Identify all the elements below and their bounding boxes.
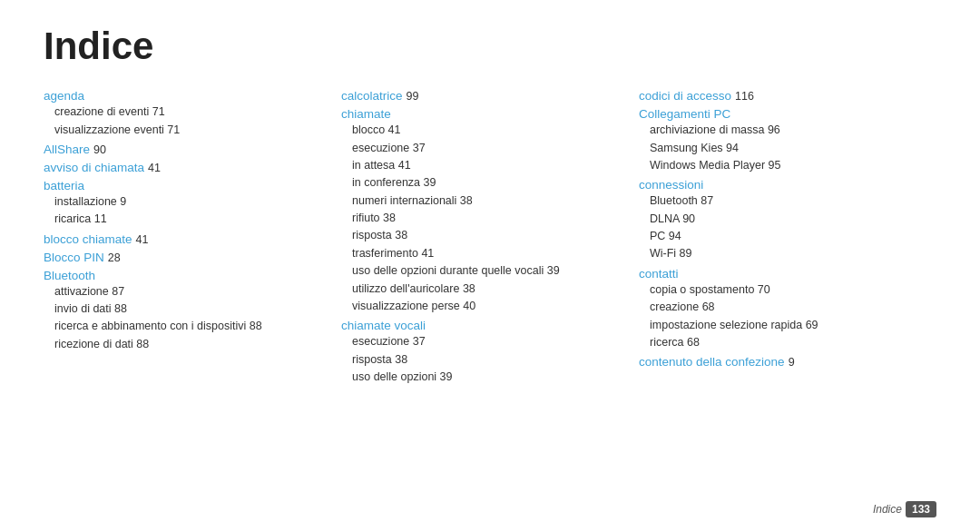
index-section: batteriainstallazione 9ricarica 11 xyxy=(44,179,323,229)
sub-item: copia o spostamento 70 xyxy=(639,281,918,299)
sub-item: risposta 38 xyxy=(341,227,621,244)
column-1: agendacreazione di eventi 71visualizzazi… xyxy=(44,89,341,389)
index-section: codici di accesso116 xyxy=(639,89,918,103)
sub-item: risposta 38 xyxy=(341,351,621,369)
section-header: chiamate xyxy=(341,107,391,121)
sub-item: ricezione di dati 88 xyxy=(44,336,323,353)
index-section: avviso di chiamata41 xyxy=(44,161,323,175)
page-container: Indice agendacreazione di eventi 71visua… xyxy=(0,0,980,532)
sub-item: uso delle opzioni durante quelle vocali … xyxy=(341,262,621,280)
sub-item: ricerca e abbinamento con i dispositivi … xyxy=(44,318,323,335)
sub-item: ricerca 68 xyxy=(639,334,918,351)
sub-item: esecuzione 37 xyxy=(341,140,621,157)
index-section: agendacreazione di eventi 71visualizzazi… xyxy=(44,89,323,139)
footer-label: Indice xyxy=(873,503,902,516)
section-header: batteria xyxy=(44,179,84,192)
page-title: Indice xyxy=(44,25,936,67)
section-header: agenda xyxy=(44,89,84,103)
index-section: Blocco PIN28 xyxy=(44,251,323,265)
section-header: Bluetooth xyxy=(44,269,95,282)
section-page: 41 xyxy=(136,233,149,246)
section-header: blocco chiamate xyxy=(44,232,132,246)
index-section: Bluetoothattivazione 87invio di dati 88r… xyxy=(44,269,323,354)
section-header: codici di accesso xyxy=(639,89,731,103)
section-header: connessioni xyxy=(639,178,703,192)
section-page: 28 xyxy=(108,251,121,264)
sub-item: visualizzazione eventi 71 xyxy=(44,122,323,139)
sub-item: Samsung Kies 94 xyxy=(639,140,918,157)
sub-item: rifiuto 38 xyxy=(341,210,621,227)
sub-item: Windows Media Player 95 xyxy=(639,157,918,174)
section-page: 99 xyxy=(407,90,419,103)
column-3: codici di accesso116Collegamenti PCarchi… xyxy=(639,89,936,389)
sub-item: esecuzione 37 xyxy=(341,333,621,350)
index-section: calcolatrice99 xyxy=(341,89,621,103)
sub-item: impostazione selezione rapida 69 xyxy=(639,317,918,334)
sub-item: PC 94 xyxy=(639,228,918,245)
section-header: calcolatrice xyxy=(341,89,403,103)
section-header: contatti xyxy=(639,267,679,281)
section-header: contenuto della confezione xyxy=(639,355,785,369)
sub-item: numeri internazionali 38 xyxy=(341,192,621,210)
section-page: 116 xyxy=(735,90,754,103)
sub-item: in conferenza 39 xyxy=(341,174,621,192)
section-page: 90 xyxy=(93,143,106,156)
sub-item: trasferimento 41 xyxy=(341,245,621,262)
sub-item: utilizzo dell'auricolare 38 xyxy=(341,281,621,298)
section-header: AllShare xyxy=(44,143,90,156)
sub-item: attivazione 87 xyxy=(44,283,323,300)
sub-item: in attesa 41 xyxy=(341,157,621,174)
sub-item: creazione di eventi 71 xyxy=(44,103,323,121)
sub-item: Wi-Fi 89 xyxy=(639,245,918,262)
index-section: AllShare90 xyxy=(44,143,323,157)
column-2: calcolatrice99chiamateblocco 41esecuzion… xyxy=(341,89,639,389)
columns-wrapper: agendacreazione di eventi 71visualizzazi… xyxy=(44,89,936,389)
section-header: Collegamenti PC xyxy=(639,107,730,121)
sub-item: blocco 41 xyxy=(341,122,621,139)
sub-item: uso delle opzioni 39 xyxy=(341,369,621,386)
index-section: chiamate vocaliesecuzione 37risposta 38u… xyxy=(341,319,621,386)
sub-item: DLNA 90 xyxy=(639,211,918,228)
section-page: 9 xyxy=(789,356,795,369)
sub-item: ricarica 11 xyxy=(44,211,323,228)
section-header: chiamate vocali xyxy=(341,319,426,332)
index-section: Collegamenti PCarchiviazione di massa 96… xyxy=(639,107,918,174)
index-section: contatticopia o spostamento 70creazione … xyxy=(639,267,918,352)
section-header: Blocco PIN xyxy=(44,251,104,264)
footer-page: 133 xyxy=(906,501,936,517)
sub-item: invio di dati 88 xyxy=(44,300,323,318)
section-header: avviso di chiamata xyxy=(44,161,144,174)
sub-item: Bluetooth 87 xyxy=(639,192,918,210)
sub-item: archiviazione di massa 96 xyxy=(639,122,918,139)
sub-item: visualizzazione perse 40 xyxy=(341,298,621,315)
section-page: 41 xyxy=(148,162,161,174)
page-footer: Indice 133 xyxy=(873,501,936,517)
sub-item: installazione 9 xyxy=(44,193,323,211)
sub-item: creazione 68 xyxy=(639,299,918,316)
index-section: chiamateblocco 41esecuzione 37in attesa … xyxy=(341,107,621,315)
index-section: blocco chiamate41 xyxy=(44,232,323,247)
index-section: connessioniBluetooth 87DLNA 90PC 94Wi-Fi… xyxy=(639,178,918,263)
index-section: contenuto della confezione9 xyxy=(639,355,918,369)
